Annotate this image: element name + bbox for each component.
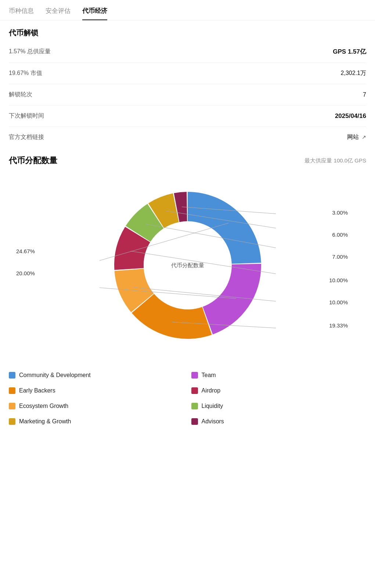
label-24pct: 24.67%: [16, 248, 35, 254]
info-row-mcap: 19.67% 市值 2,302.1万: [9, 63, 366, 84]
info-label-mcap: 19.67% 市值: [9, 69, 42, 77]
info-row-supply: 1.57% 总供应量 GPS 1.57亿: [9, 41, 366, 63]
legend-item-community: Community & Development: [9, 372, 184, 379]
info-value-supply: GPS 1.57亿: [333, 47, 366, 56]
label-10pct-a: 10.00%: [329, 277, 348, 283]
legend-section: Community & Development Team Early Backe…: [0, 361, 375, 436]
legend-item-marketing: Marketing & Growth: [9, 418, 184, 425]
label-19pct: 19.33%: [329, 322, 348, 329]
legend-label-early-backers: Early Backers: [19, 387, 55, 394]
tab-security[interactable]: 安全评估: [46, 7, 71, 20]
info-value-unlock-rounds: 7: [363, 92, 366, 98]
info-value-mcap: 2,302.1万: [341, 69, 366, 77]
distribution-header: 代币分配数量 最大供应量 100.0亿 GPS: [9, 155, 366, 166]
legend-label-airdrop: Airdrop: [202, 387, 221, 394]
legend-item-liquidity: Liquidity: [191, 403, 367, 409]
info-section: 代币解锁 1.57% 总供应量 GPS 1.57亿 19.67% 市值 2,30…: [0, 21, 375, 148]
info-value-next-unlock: 2025/04/16: [335, 112, 366, 120]
legend-label-team: Team: [202, 372, 216, 379]
label-6pct: 6.00%: [332, 232, 348, 238]
legend-dot-community: [9, 372, 15, 379]
legend-label-liquidity: Liquidity: [202, 403, 223, 409]
legend-item-team: Team: [191, 372, 367, 379]
info-label-unlock-rounds: 解锁轮次: [9, 91, 32, 98]
info-value-docs[interactable]: 网站 ↗: [347, 133, 366, 141]
label-7pct: 7.00%: [332, 254, 348, 260]
chart-container: 代币分配数量 3.00% 6.00% 7.00% 10.00% 10.00% 1…: [9, 170, 366, 361]
external-link-icon: ↗: [362, 134, 366, 140]
info-row-unlock-rounds: 解锁轮次 7: [9, 84, 366, 105]
label-3pct: 3.00%: [332, 209, 348, 216]
info-row-next-unlock: 下次解锁时间 2025/04/16: [9, 105, 366, 127]
legend-label-advisors: Advisors: [202, 418, 224, 425]
nav-tabs: 币种信息 安全评估 代币经济: [0, 0, 375, 21]
legend-dot-marketing: [9, 418, 15, 425]
info-label-docs: 官方文档链接: [9, 133, 44, 141]
legend-label-community: Community & Development: [19, 372, 91, 379]
legend-item-ecosystem: Ecosystem Growth: [9, 403, 184, 409]
info-row-docs: 官方文档链接 网站 ↗: [9, 127, 366, 148]
legend-dot-team: [191, 372, 198, 379]
distribution-max-supply: 最大供应量 100.0亿 GPS: [304, 157, 366, 164]
legend-item-advisors: Advisors: [191, 418, 367, 425]
legend-item-early-backers: Early Backers: [9, 387, 184, 394]
legend-dot-liquidity: [191, 403, 198, 409]
legend-dot-ecosystem: [9, 403, 15, 409]
info-label-next-unlock: 下次解锁时间: [9, 112, 44, 120]
legend-item-airdrop: Airdrop: [191, 387, 367, 394]
legend-dot-early-backers: [9, 387, 15, 394]
donut-chart: [100, 177, 276, 354]
legend-dot-airdrop: [191, 387, 198, 394]
section-title: 代币解锁: [9, 21, 366, 41]
distribution-section: 代币分配数量 最大供应量 100.0亿 GPS 代币分配数量 3.00% 6.0…: [0, 148, 375, 361]
legend-label-marketing: Marketing & Growth: [19, 418, 71, 425]
label-20pct: 20.00%: [16, 270, 35, 276]
tab-tokenomics[interactable]: 代币经济: [82, 7, 107, 20]
info-label-supply: 1.57% 总供应量: [9, 48, 51, 55]
legend-dot-advisors: [191, 418, 198, 425]
legend-label-ecosystem: Ecosystem Growth: [19, 403, 68, 409]
tab-coin-info[interactable]: 币种信息: [9, 7, 34, 20]
distribution-title: 代币分配数量: [9, 155, 57, 166]
label-10pct-b: 10.00%: [329, 299, 348, 305]
